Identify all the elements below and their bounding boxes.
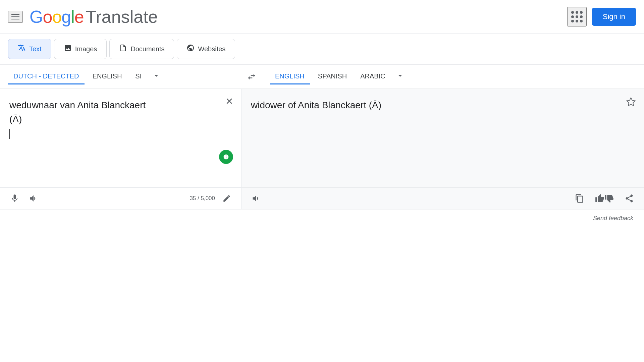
source-lang-english[interactable]: ENGLISH [87, 69, 127, 84]
source-listen-button[interactable] [27, 192, 40, 205]
target-text-area: widower of Anita Blanckaert (Ā) [241, 89, 644, 187]
source-input[interactable]: weduwnaar van Anita Blanckaert(Ā) [9, 98, 232, 152]
target-lang-more-button[interactable] [393, 69, 407, 84]
grammarly-badge[interactable] [219, 150, 233, 164]
tab-images-label: Images [75, 45, 97, 53]
header: Google Translate Sign in [0, 0, 644, 34]
microphone-button[interactable] [8, 192, 21, 205]
tab-text-label: Text [29, 45, 42, 53]
clear-button[interactable]: ✕ [225, 97, 233, 106]
tab-websites[interactable]: Websites [177, 39, 235, 59]
footer: Send feedback [0, 209, 644, 227]
menu-button[interactable] [8, 11, 23, 23]
share-button[interactable] [623, 192, 636, 205]
tab-images[interactable]: Images [54, 39, 107, 59]
translate-logo-text: Translate [86, 7, 158, 27]
source-lang-more-button[interactable] [150, 69, 163, 84]
language-bar: DUTCH - DETECTED ENGLISH SI ENGLISH SPAN… [0, 65, 644, 89]
char-count: 35 / 5,000 [190, 195, 215, 202]
source-text-area[interactable]: weduwnaar van Anita Blanckaert(Ā) ✕ [0, 89, 241, 187]
image-icon [64, 44, 72, 54]
translation-area: weduwnaar van Anita Blanckaert(Ā) ✕ 35 /… [0, 89, 644, 209]
target-panel: widower of Anita Blanckaert (Ā) [241, 89, 644, 209]
header-left: Google Translate [8, 7, 158, 27]
source-lang-si[interactable]: SI [130, 69, 147, 84]
source-toolbar: 35 / 5,000 [0, 187, 241, 209]
translation-result: widower of Anita Blanckaert (Ā) [251, 98, 635, 112]
edit-button[interactable] [220, 192, 233, 205]
google-apps-button[interactable] [567, 7, 587, 26]
save-translation-button[interactable] [626, 97, 636, 109]
target-lang-spanish[interactable]: SPANISH [313, 69, 352, 84]
source-lang-dutch[interactable]: DUTCH - DETECTED [8, 69, 85, 84]
google-logo-text: Google [30, 7, 84, 27]
translate-icon [18, 44, 26, 54]
source-language-bar: DUTCH - DETECTED ENGLISH SI [0, 69, 241, 84]
tab-text[interactable]: Text [8, 39, 51, 59]
send-feedback-button[interactable]: Send feedback [593, 215, 633, 222]
target-language-bar: ENGLISH SPANISH ARABIC [262, 69, 644, 84]
copy-button[interactable] [573, 192, 586, 205]
logo: Google Translate [30, 7, 158, 27]
globe-icon [186, 44, 195, 54]
target-toolbar [241, 187, 644, 209]
tab-documents[interactable]: Documents [109, 39, 174, 59]
feedback-thumbs-button[interactable] [593, 192, 616, 205]
sign-in-button[interactable]: Sign in [592, 8, 636, 26]
target-lang-english[interactable]: ENGLISH [270, 69, 310, 84]
header-right: Sign in [567, 7, 636, 26]
source-panel: weduwnaar van Anita Blanckaert(Ā) ✕ 35 /… [0, 89, 241, 209]
swap-languages-button[interactable] [241, 69, 262, 84]
mode-tabs-bar: Text Images Documents Websites [0, 34, 644, 65]
document-icon [119, 44, 127, 54]
tab-documents-label: Documents [130, 45, 164, 53]
target-listen-button[interactable] [250, 192, 263, 205]
tab-websites-label: Websites [198, 45, 225, 53]
target-lang-arabic[interactable]: ARABIC [355, 69, 390, 84]
